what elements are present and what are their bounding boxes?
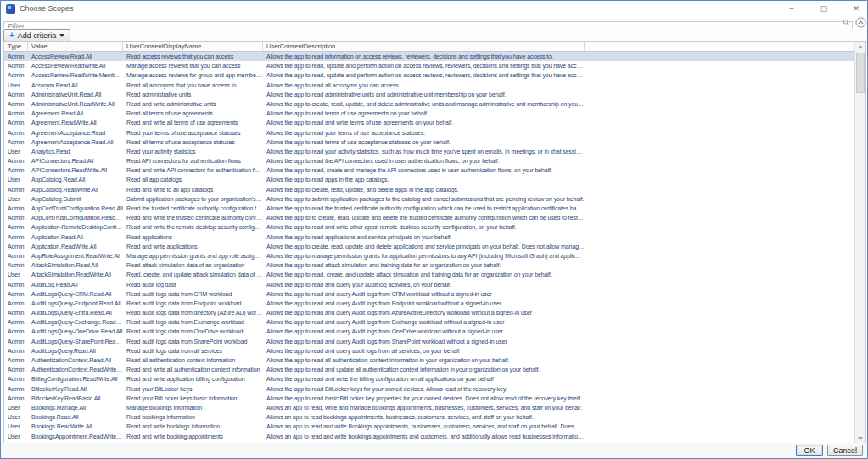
chevron-down-icon	[59, 34, 64, 37]
cell-value: Application.ReadWrite.All	[28, 242, 123, 251]
cell-filler	[585, 165, 854, 175]
table-row[interactable]: Admin AgreementAcceptance.Read Read your…	[4, 128, 854, 137]
add-criteria-button[interactable]: + Add criteria	[3, 29, 70, 42]
table-row[interactable]: Admin BitlockerKey.ReadBasic.All Read yo…	[4, 394, 854, 403]
cell-value: AuditLogsQuery-OneDrive.Read.All	[28, 327, 123, 336]
cell-value: AuditLogsQuery-Endpoint.Read.All	[28, 299, 123, 308]
cell-description: Allows the app to read terms of use acce…	[263, 137, 585, 147]
cell-type: Admin	[4, 242, 28, 251]
table-header: Type Value UserConsentDisplayName UserCo…	[4, 42, 854, 52]
table-row[interactable]: Admin AccessReview.ReadWrite.Membership …	[4, 70, 854, 80]
table-row[interactable]: Admin AuditLogsQuery-OneDrive.Read.All R…	[4, 327, 854, 336]
cell-value: AttackSimulation.Read.All	[28, 260, 123, 270]
cell-value: BitlockerKey.ReadBasic.All	[28, 394, 123, 403]
cell-filler	[585, 365, 854, 374]
table-row[interactable]: Admin Application.ReadWrite.All Read and…	[4, 242, 854, 251]
ok-button[interactable]: OK	[796, 445, 823, 456]
table-row[interactable]: Admin AppCertTrustConfiguration.Read.All…	[4, 204, 854, 213]
cell-description: Allows the app to read and write terms o…	[263, 118, 585, 127]
table-row[interactable]: Admin AuthenticationContext.ReadWrite.Al…	[4, 365, 854, 374]
cell-type: Admin	[4, 394, 28, 403]
cell-description: Allows the app to submit application pac…	[263, 194, 585, 204]
table-row[interactable]: User BookingsAppointment.ReadWrite.All R…	[4, 432, 854, 441]
cancel-button[interactable]: Cancel	[827, 445, 863, 456]
plus-icon: +	[9, 31, 14, 40]
column-header-value[interactable]: Value	[28, 42, 123, 51]
column-header-userconsentdisplayname[interactable]: UserConsentDisplayName	[123, 42, 263, 51]
cell-value: AppCertTrustConfiguration.Read.All	[28, 204, 123, 213]
cell-value: AuditLogsQuery-SharePoint.Read.All	[28, 337, 123, 346]
table-row[interactable]: User Acronym.Read.All Read all acronyms …	[4, 81, 854, 90]
table-row[interactable]: Admin AppCertTrustConfiguration.ReadWri.…	[4, 213, 854, 222]
table-row[interactable]: Admin Agreement.ReadWrite.All Read and w…	[4, 118, 854, 127]
table-body: Admin AccessReview.Read.All Read access …	[4, 52, 854, 443]
table-row[interactable]: Admin AccessReview.Read.All Read access …	[4, 52, 854, 61]
scrollbar-thumb[interactable]	[856, 53, 865, 93]
cell-description: Allows the app to read your terms of use…	[263, 128, 585, 137]
cell-value: AuditLogsQuery-CRM.Read.All	[28, 289, 123, 299]
cell-type: Admin	[4, 90, 28, 99]
filter-bar	[3, 17, 853, 28]
maximize-button[interactable]: ▢	[818, 3, 830, 14]
cell-displayname: Read and write to all app catalogs	[123, 185, 263, 194]
table-row[interactable]: Admin AccessReview.ReadWrite.All Manage …	[4, 61, 854, 70]
cell-filler	[585, 412, 854, 422]
table-row[interactable]: Admin AuthenticationContext.Read.All Rea…	[4, 355, 854, 365]
cell-filler	[585, 337, 854, 346]
cell-description: Allows an app to read and write Bookings…	[263, 422, 585, 431]
table-row[interactable]: Admin Application.Read.All Read applicat…	[4, 232, 854, 242]
cell-value: BillingConfiguration.ReadWrite.All	[28, 374, 123, 383]
minimize-button[interactable]: –	[786, 3, 798, 14]
cell-value: AppCatalog.ReadWrite.All	[28, 185, 123, 194]
cell-value: BookingsAppointment.ReadWrite.All	[28, 432, 123, 441]
table-row[interactable]: User Bookings.Read.All Read bookings inf…	[4, 412, 854, 422]
table-row[interactable]: User Bookings.ReadWrite.All Read and wri…	[4, 422, 854, 431]
table-row[interactable]: Admin AppCatalog.ReadWrite.All Read and …	[4, 185, 854, 194]
cell-displayname: Read all app catalogs	[123, 175, 263, 184]
cell-description: Allows the app to read the API connector…	[263, 156, 585, 165]
scroll-down-icon[interactable]	[855, 434, 865, 443]
cell-type: Admin	[4, 213, 28, 222]
close-button[interactable]: ✕	[850, 3, 862, 14]
table-row[interactable]: Admin AuditLogsQuery-Entra.Read.All Read…	[4, 308, 854, 317]
table-row[interactable]: User AppCatalog.Submit Submit applicatio…	[4, 194, 854, 204]
table-row[interactable]: Admin AgreementAcceptance.Read.All Read …	[4, 137, 854, 147]
table-row[interactable]: User Bookings.Manage.All Manage bookings…	[4, 403, 854, 412]
table-row[interactable]: User AppCatalog.Read.All Read all app ca…	[4, 175, 854, 184]
collapse-filter-icon[interactable]	[855, 17, 866, 28]
cell-filler	[585, 394, 854, 403]
table-row[interactable]: Admin AuditLogsQuery.Read.All Read audit…	[4, 346, 854, 355]
table-row[interactable]: Admin APIConnectors.Read.All Read API co…	[4, 156, 854, 165]
table-row[interactable]: User AttackSimulation.ReadWrite.All Read…	[4, 270, 854, 279]
table-row[interactable]: Admin AuditLogsQuery-SharePoint.Read.All…	[4, 337, 854, 346]
cell-value: AdministrativeUnit.ReadWrite.All	[28, 99, 123, 109]
table-row[interactable]: Admin AuditLogsQuery-CRM.Read.All Read a…	[4, 289, 854, 299]
cell-value: Acronym.Read.All	[28, 81, 123, 90]
table-row[interactable]: Admin AuditLog.Read.All Read audit log d…	[4, 280, 854, 289]
table-row[interactable]: Admin BillingConfiguration.ReadWrite.All…	[4, 374, 854, 383]
cell-displayname: Read bookings information	[123, 412, 263, 422]
table-row[interactable]: Admin AdministrativeUnit.Read.All Read a…	[4, 90, 854, 99]
table-row[interactable]: Admin Agreement.Read.All Read all terms …	[4, 109, 854, 118]
table-row[interactable]: Admin BitlockerKey.Read.All Read your Bi…	[4, 384, 854, 394]
table-row[interactable]: User Analytics.Read Read your activity s…	[4, 147, 854, 156]
table-row[interactable]: Admin AdministrativeUnit.ReadWrite.All R…	[4, 99, 854, 109]
cell-description: Allows the app to read administrative un…	[263, 90, 585, 99]
table-row[interactable]: Admin AuditLogsQuery-Endpoint.Read.All R…	[4, 299, 854, 308]
column-header-userconsentdescription[interactable]: UserConsentDescription	[263, 42, 585, 51]
vertical-scrollbar[interactable]	[854, 42, 865, 443]
scroll-up-icon[interactable]	[855, 42, 865, 51]
cell-filler	[585, 204, 854, 213]
search-icon	[843, 19, 850, 26]
cell-type: Admin	[4, 156, 28, 165]
table-row[interactable]: Admin APIConnectors.ReadWrite.All Read a…	[4, 165, 854, 175]
cell-filler	[585, 346, 854, 355]
cell-filler	[585, 185, 854, 194]
table-row[interactable]: Admin Application-RemoteDesktopConfig...…	[4, 222, 854, 232]
cell-description: Allows the app to read all acronyms you …	[263, 81, 585, 90]
table-row[interactable]: Admin AppRoleAssignment.ReadWrite.All Ma…	[4, 251, 854, 260]
column-header-type[interactable]: Type	[4, 42, 28, 51]
criteria-bar: + Add criteria	[1, 28, 867, 41]
table-row[interactable]: Admin AuditLogsQuery-Exchange.Read.All R…	[4, 317, 854, 327]
table-row[interactable]: Admin AttackSimulation.Read.All Read att…	[4, 260, 854, 270]
